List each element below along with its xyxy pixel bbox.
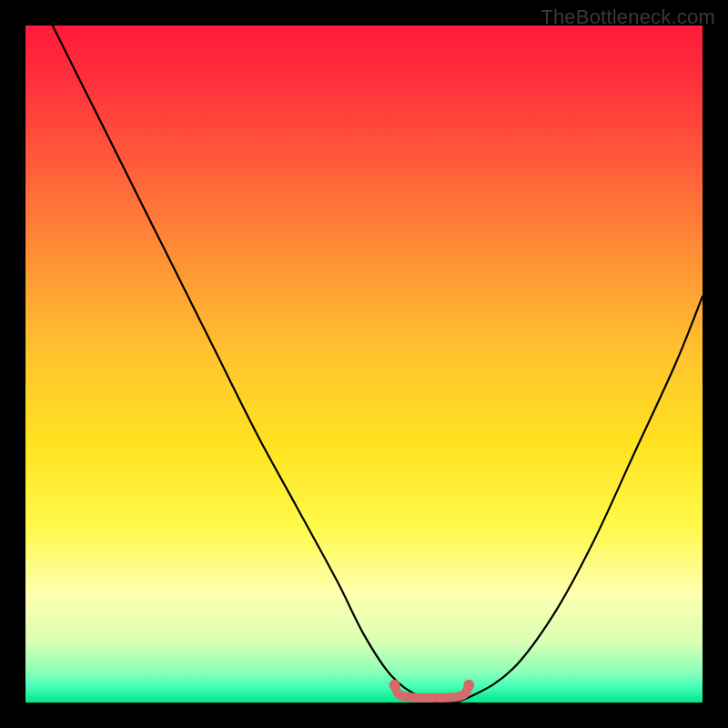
marker-endpoint-left-icon — [389, 680, 399, 691]
watermark-label: TheBottleneck.com — [541, 5, 715, 29]
chart-frame: TheBottleneck.com — [0, 0, 728, 728]
marker-endpoint-right-icon — [463, 680, 474, 691]
curves-layer — [25, 25, 703, 703]
plot-area — [25, 25, 703, 703]
bottleneck-curve — [53, 25, 703, 703]
you-are-here-marker — [395, 685, 470, 698]
